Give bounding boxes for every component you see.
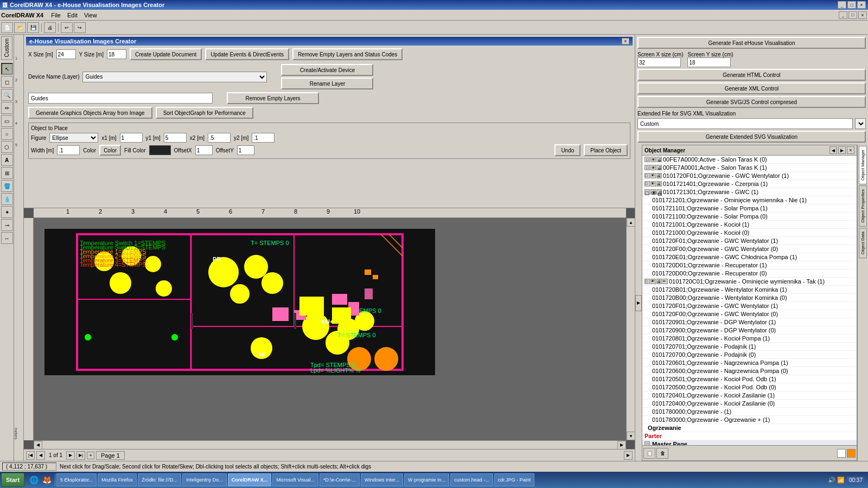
- obj-item[interactable]: 0101720F00;Ogrzewanie - GWC Wentylator (…: [642, 245, 857, 253]
- obj-item[interactable]: 0101720F01;Ogrzewanie - GWC Wentylator (…: [642, 237, 857, 245]
- obj-item[interactable]: 0101720501;Ogrzewanie - Kocioł Pod. Odb …: [642, 375, 857, 383]
- dialog-close-btn[interactable]: ×: [622, 38, 629, 44]
- obj-mgr-new-layer-btn[interactable]: 📋: [643, 448, 655, 459]
- tool-shape[interactable]: ◻: [1, 76, 13, 88]
- x-size-input[interactable]: [56, 49, 76, 59]
- custom-dropdown-input[interactable]: [637, 118, 853, 129]
- tool-connector[interactable]: ⊸: [1, 219, 13, 231]
- obj-item[interactable]: 0101720D00;Ogrzewanie - Recuperator (0): [642, 269, 857, 278]
- obj-item[interactable]: 0101780000;Ogrzewanie - (1): [642, 408, 857, 416]
- tool-eyedropper[interactable]: 💧: [1, 193, 13, 205]
- obj-item[interactable]: 0101720500;Ogrzewanie - Kocioł Pod. Odb …: [642, 383, 857, 391]
- tab-object-properties[interactable]: Object Properties: [859, 185, 867, 227]
- tool-interactive[interactable]: ✦: [1, 206, 13, 218]
- rename-layer-btn[interactable]: Rename Layer: [281, 78, 373, 89]
- taskbar-item-paint[interactable]: cdr.JPG - Paint: [494, 473, 535, 486]
- obj-item[interactable]: 0101720401;Ogrzewanie - Kocioł Zasilanie…: [642, 391, 857, 400]
- y2-input[interactable]: [252, 133, 275, 143]
- menu-view[interactable]: View: [81, 11, 100, 20]
- page-first-btn[interactable]: |◀: [26, 451, 35, 460]
- offset-y-input[interactable]: [237, 145, 254, 155]
- obj-item[interactable]: 0101720B00;Ogrzewanie - Wentylator Komin…: [642, 294, 857, 302]
- obj-item[interactable]: □👁🖨✏0101720C01;Ogrzewanie - Ominięcie wy…: [642, 278, 857, 286]
- obj-item[interactable]: 0101720900;Ogrzewanie - DGP Wentylator (…: [642, 326, 857, 335]
- offset-x-input[interactable]: [195, 145, 213, 155]
- y-size-input[interactable]: [107, 49, 126, 59]
- minimize-btn[interactable]: _: [838, 1, 846, 9]
- undo-btn[interactable]: Undo: [554, 144, 580, 156]
- taskbar-item-wprogramie[interactable]: W programie In...: [404, 473, 449, 486]
- toolbar-print[interactable]: 🖨: [44, 22, 56, 33]
- obj-item[interactable]: 0101720700;Ogrzewanie - Podajnik (0): [642, 351, 857, 359]
- obj-item[interactable]: □👁🖨0101720F01;Ogrzewanie - GWC Wentylato…: [642, 172, 857, 180]
- screen-x-input[interactable]: [637, 57, 681, 67]
- update-events-btn[interactable]: Update Events & DirectEvents: [205, 48, 289, 60]
- generate-html-btn[interactable]: Generate HTML Control: [637, 69, 866, 81]
- tool-arrow[interactable]: ↖: [1, 63, 13, 75]
- tab-object-data[interactable]: Object Data: [859, 228, 867, 258]
- obj-item[interactable]: 0101720601;Ogrzewanie - Nagrzewnica Pomp…: [642, 359, 857, 367]
- master-page-item[interactable]: □ Master Page: [642, 440, 857, 445]
- tool-rect[interactable]: ▭: [1, 115, 13, 127]
- taskbar-item-custom-head[interactable]: custom.head -...: [450, 473, 493, 486]
- screen-y-input[interactable]: [687, 57, 731, 67]
- figure-select[interactable]: Ellipse Rectangle Line Text: [49, 133, 98, 143]
- custom-dropdown-select[interactable]: ▼: [855, 118, 866, 129]
- obj-item[interactable]: □ 👁 🖨 00FE7A0001;Active - Salon Taras K …: [642, 164, 857, 172]
- color-swatch-white[interactable]: [837, 449, 846, 458]
- start-button[interactable]: Start: [1, 473, 24, 487]
- tool-zoom[interactable]: 🔍: [1, 89, 13, 101]
- close-btn[interactable]: ×: [857, 1, 866, 9]
- obj-item[interactable]: 0101721100;Ogrzewanie - Solar Pompa (0): [642, 213, 857, 221]
- create-device-btn[interactable]: Create/Activate Device: [281, 64, 373, 76]
- tool-fill[interactable]: 🪣: [1, 180, 13, 192]
- tool-polygon[interactable]: ⬡: [1, 141, 13, 153]
- generate-xml-btn[interactable]: Generate XML Control: [637, 82, 866, 94]
- page-add-btn[interactable]: +: [87, 452, 94, 459]
- color-swatch-orange[interactable]: [847, 449, 856, 458]
- obj-item[interactable]: 0101720901;Ogrzewanie - DGP Wentylator (…: [642, 318, 857, 326]
- width-input[interactable]: [57, 145, 80, 155]
- obj-item[interactable]: 0101720600;Ogrzewanie - Nagrzewnica Pomp…: [642, 367, 857, 375]
- generate-fast-btn[interactable]: Generate Fast eHouse Visualisation: [637, 37, 866, 49]
- tool-text[interactable]: A: [1, 154, 13, 166]
- sort-object-btn[interactable]: Sort ObjectGraph for Performance: [156, 107, 253, 119]
- taskbar-item-windows[interactable]: Windows Inter...: [361, 473, 403, 486]
- expand-panel-btn[interactable]: ▶: [635, 295, 642, 311]
- obj-item[interactable]: □ 👁 🖨 00FE7A0000;Active - Salon Taras K …: [642, 156, 857, 164]
- taskbar-firefox-icon[interactable]: 🦊: [41, 474, 53, 486]
- taskbar-item-corel[interactable]: CorelDRAW X...: [228, 473, 272, 486]
- toolbar-redo[interactable]: ↪: [74, 22, 86, 33]
- tab-object-manager[interactable]: Object Manager: [859, 146, 867, 184]
- layer-name-input[interactable]: [28, 93, 213, 104]
- obj-mgr-close-btn[interactable]: ×: [847, 146, 854, 154]
- obj-item[interactable]: 0101720701;Ogrzewanie - Podajnik (1): [642, 343, 857, 351]
- tool-dimension[interactable]: ↔: [1, 232, 13, 244]
- obj-item[interactable]: 0101720F01;Ogrzewanie - GWC Wentylator (…: [642, 302, 857, 310]
- scrollbar-vertical[interactable]: ▲ ▼: [626, 218, 635, 440]
- place-object-btn[interactable]: Place Object: [584, 144, 628, 156]
- y1-input[interactable]: [164, 133, 187, 143]
- device-name-select[interactable]: Guides: [82, 72, 267, 82]
- obj-item[interactable]: □👁🖨0101721401;Ogrzewanie - Czerpnia (1): [642, 180, 857, 188]
- toolbar-save[interactable]: 💾: [27, 22, 39, 33]
- obj-mgr-arrow-left[interactable]: ◀: [829, 146, 837, 154]
- generate-extended-btn[interactable]: Generate Extended SVG Visualization: [637, 131, 866, 143]
- menu-file[interactable]: File: [48, 11, 64, 20]
- page-prev-btn[interactable]: ◀: [36, 451, 45, 460]
- obj-item[interactable]: Ogrzewanie: [642, 424, 857, 432]
- remove-empty-status-btn[interactable]: Remove Empty Layers and Status Codes: [292, 48, 403, 60]
- taskbar-item-inteligentny[interactable]: Inteligentny Do...: [182, 473, 227, 486]
- obj-mgr-arrow-right[interactable]: ▶: [838, 146, 846, 154]
- obj-item[interactable]: 0101720B01;Ogrzewanie - Wentylator Komin…: [642, 286, 857, 294]
- obj-item[interactable]: 0101720E01;Ogrzewanie - GWC Chłodnica Po…: [642, 253, 857, 261]
- tool-table[interactable]: ⊞: [1, 167, 13, 179]
- toolbar-open[interactable]: 📂: [14, 22, 26, 33]
- inner-close-btn[interactable]: ×: [858, 11, 867, 19]
- obj-item[interactable]: 0101721001;Ogrzewanie - Kocioł (1): [642, 221, 857, 229]
- obj-mgr-delete-btn[interactable]: 🗑: [656, 448, 668, 459]
- taskbar-item-explorer[interactable]: 5 Eksplorator...: [56, 473, 97, 486]
- toolbar-undo[interactable]: ↩: [61, 22, 73, 33]
- taskbar-item-zrodlo[interactable]: Źródło: file:///D...: [138, 473, 181, 486]
- obj-item[interactable]: 0101720400;Ogrzewanie - Kocioł Zasilanie…: [642, 400, 857, 408]
